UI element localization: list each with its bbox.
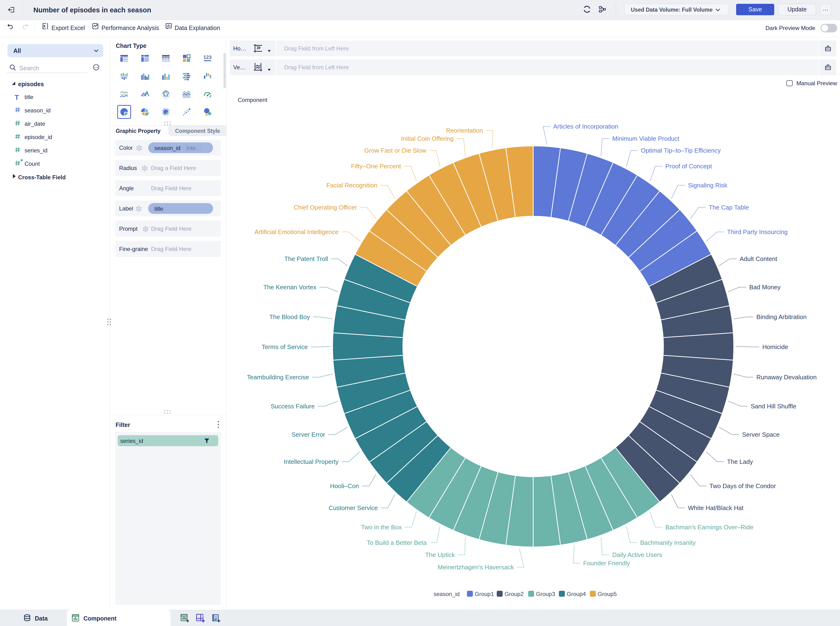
- svg-text:123: 123: [204, 54, 212, 60]
